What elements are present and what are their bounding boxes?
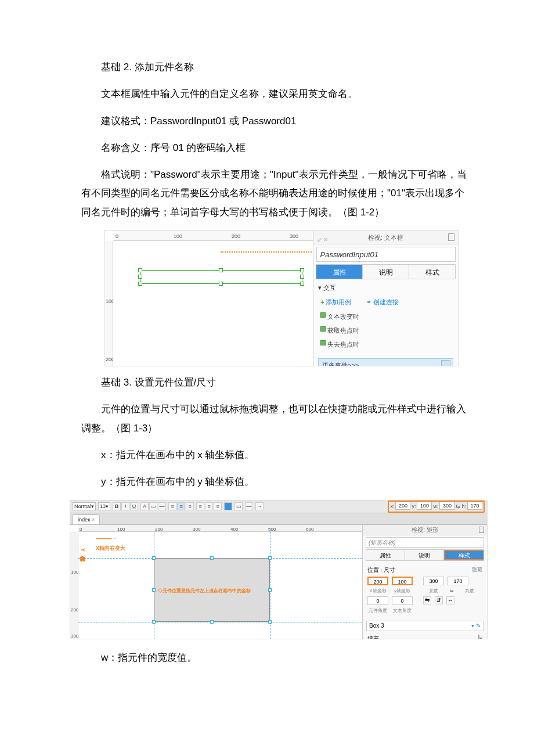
line-icon[interactable]: — <box>158 502 166 510</box>
page-icon[interactable] <box>479 527 484 533</box>
ruler-horizontal: 0 100 200 300 400 500 600 <box>78 525 362 532</box>
line-style-icon[interactable]: — <box>245 502 253 510</box>
toolbar-x-input[interactable]: 200 <box>395 502 410 510</box>
fig2-canvas-area: 0 100 200 300 400 500 600 100 200 300 ——… <box>70 525 362 639</box>
inspector-panel: 检视: 矩形 (矩形名称) 属性 说明 样式 位置 · 尺寸 隐藏 200 10… <box>362 525 487 639</box>
fill-row: 填充 ▾ <box>366 633 484 639</box>
canvas[interactable] <box>113 241 314 366</box>
inspector-header: ⇙ ✕ 检视: 文本框 <box>313 231 458 244</box>
figure-1-2: www.bdocx.com 0 100 200 300 100 200 <box>104 230 459 366</box>
panel-y-input[interactable]: 100 <box>392 577 413 585</box>
toolbar-h-input[interactable]: 170 <box>467 502 482 510</box>
font-color-button[interactable]: A <box>140 502 149 510</box>
bold-button[interactable]: B <box>113 502 121 510</box>
interactions-section: ▾ 交互 +添加用例 ⚭创建连接 文本改变时 获取焦点时 失去焦点时 <box>313 279 458 354</box>
annotation-x-axis: ———→ X轴向右变大 <box>96 534 125 553</box>
tab-notes[interactable]: 说明 <box>363 265 409 279</box>
inspector-panel: ⇙ ✕ 检视: 文本框 属性 说明 样式 ▾ 交互 +添加用例 ⚭创建连接 文本… <box>313 231 458 366</box>
inspector-header: 检视: 矩形 <box>363 525 487 535</box>
coord-inputs-highlight: x: 200 y: 100 w: 300 ⇆ h: 170 <box>388 501 485 513</box>
add-case-link[interactable]: +添加用例 <box>320 296 351 308</box>
flip-v-icon[interactable]: ⇵ <box>435 596 443 604</box>
autosize-icon[interactable]: ↔ <box>446 596 454 604</box>
para-3: 建议格式：PasswordInput01 或 Password01 <box>81 112 470 131</box>
annotation-origin: ◇元件位置是指元件左上顶点在画布中的坐标 <box>158 586 251 595</box>
outer-border-icon[interactable]: ▭ <box>234 502 243 510</box>
para-2: 文本框属性中输入元件的自定义名称，建议采用英文命名。 <box>81 85 470 103</box>
event-text-change[interactable]: 文本改变时 <box>327 311 453 323</box>
selected-text-field[interactable] <box>140 270 302 284</box>
para-8: x：指元件在画布中的 x 轴坐标值。 <box>81 446 470 465</box>
toolbar-y-input[interactable]: 100 <box>417 502 432 510</box>
widget-name-input[interactable] <box>316 247 456 262</box>
border-icon[interactable]: ▭ <box>149 502 157 510</box>
format-toolbar: Normal ▾ 13 ▾ B I U A ▭ — ≡ ≡ ≡ ≡ ≡ ≡ ▭ … <box>70 501 487 513</box>
ruler-vertical: 100 200 300 <box>70 532 78 639</box>
align-center-icon[interactable]: ≡ <box>177 502 185 510</box>
flip-h-icon[interactable]: ⇋ <box>423 596 431 604</box>
create-link[interactable]: ⚭创建连接 <box>366 296 399 308</box>
underline-button[interactable]: U <box>130 502 138 510</box>
ruler-vertical: 100 200 <box>105 241 113 366</box>
widget-name-input[interactable]: (矩形名称) <box>366 537 484 548</box>
panel-h-input[interactable]: 170 <box>448 577 468 585</box>
document-tab-bar: index × <box>70 513 487 525</box>
arrow-style-icon[interactable]: → <box>255 502 264 510</box>
tab-properties[interactable]: 属性 <box>316 265 363 279</box>
para-10: w：指元件的宽度值。 <box>81 649 470 667</box>
para-4: 名称含义：序号 01 的密码输入框 <box>81 139 470 157</box>
valign-bot-icon[interactable]: ≡ <box>214 502 222 510</box>
para-1: 基础 2. 添加元件名称 <box>81 58 470 77</box>
tab-notes[interactable]: 说明 <box>405 550 444 560</box>
italic-button[interactable]: I <box>121 502 129 510</box>
page-icon[interactable] <box>448 233 454 241</box>
fill-color-button[interactable] <box>224 502 232 510</box>
pin-icon[interactable]: ⇙ ✕ <box>317 233 328 247</box>
event-lost-focus[interactable]: 失去焦点时 <box>327 339 453 351</box>
toolbar-w-input[interactable]: 300 <box>439 502 454 510</box>
panel-rotation-input[interactable]: 0 <box>367 596 388 605</box>
fig1-canvas-area: 0 100 200 300 100 200 <box>105 231 314 366</box>
chevron-down-icon <box>441 360 450 367</box>
interactions-header[interactable]: ▾ 交互 <box>318 282 453 294</box>
inspector-tabs: 属性 说明 样式 <box>366 549 484 561</box>
valign-top-icon[interactable]: ≡ <box>196 502 204 510</box>
document-tab-index[interactable]: index × <box>73 514 100 524</box>
valign-mid-icon[interactable]: ≡ <box>205 502 213 510</box>
align-left-icon[interactable]: ≡ <box>168 502 176 510</box>
style-preset-dropdown[interactable]: Box 3 ▾ ✎ <box>366 621 484 631</box>
canvas[interactable]: ———→ X轴向右变大 Y轴向下变大 ◇元件位置是指元件左上顶点在画布中的坐标 <box>78 532 362 639</box>
para-7: 元件的位置与尺寸可以通过鼠标拖拽调整，也可以在快捷功能或元件样式中进行输入调整。… <box>81 400 470 438</box>
panel-w-input[interactable]: 300 <box>423 577 444 585</box>
panel-text-rotation-input[interactable]: 0 <box>392 596 413 605</box>
inspector-tabs: 属性 说明 样式 <box>316 264 456 279</box>
tab-style[interactable]: 样式 <box>444 550 484 560</box>
annotation-arrow <box>221 251 325 272</box>
tab-style[interactable]: 样式 <box>409 265 455 279</box>
align-right-icon[interactable]: ≡ <box>186 502 194 510</box>
hide-link[interactable]: 隐藏 <box>472 565 482 575</box>
selected-rectangle[interactable]: ◇元件位置是指元件左上顶点在画布中的坐标 <box>154 558 270 622</box>
para-6: 基础 3. 设置元件位置/尺寸 <box>81 373 470 392</box>
para-9: y：指元件在画布中的 y 轴坐标值。 <box>81 473 470 491</box>
more-events-button[interactable]: 更多事件>>> <box>318 358 453 367</box>
annotation-y-axis: Y轴向下变大 <box>78 548 88 552</box>
style-dropdown[interactable]: Normal ▾ <box>73 502 96 510</box>
pos-size-label: 位置 · 尺寸 <box>367 564 395 575</box>
tab-properties[interactable]: 属性 <box>366 550 405 560</box>
figure-1-3: Normal ▾ 13 ▾ B I U A ▭ — ≡ ≡ ≡ ≡ ≡ ≡ ▭ … <box>70 500 488 639</box>
event-got-focus[interactable]: 获取焦点时 <box>327 325 453 337</box>
panel-x-input[interactable]: 200 <box>367 577 388 585</box>
font-size-dropdown[interactable]: 13 ▾ <box>98 502 110 510</box>
para-5: 格式说明："Password"表示主要用途；"Input"表示元件类型，一般情况… <box>81 165 470 222</box>
ruler-horizontal: 0 100 200 300 <box>113 231 314 241</box>
